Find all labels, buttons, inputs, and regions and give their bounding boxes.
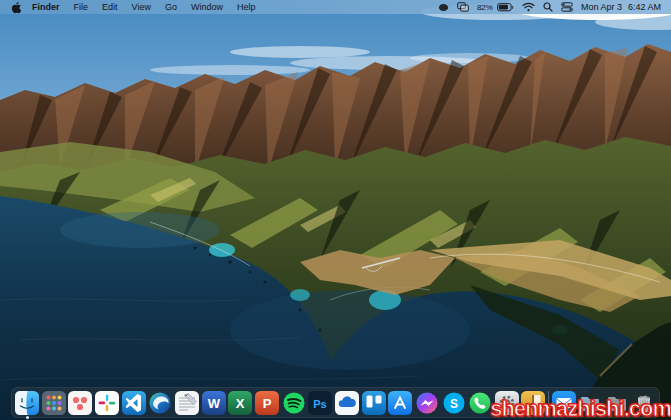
dock-app-trello[interactable] bbox=[362, 391, 386, 415]
menu-item-go[interactable]: Go bbox=[158, 0, 184, 14]
wifi-icon[interactable] bbox=[522, 2, 535, 12]
clock-date: Mon Apr 3 bbox=[581, 2, 622, 12]
dock-app-vscode[interactable] bbox=[122, 391, 146, 415]
dock-app-spotify[interactable] bbox=[282, 391, 306, 415]
dock-app-edge[interactable] bbox=[148, 391, 172, 415]
menu-extra-icon[interactable] bbox=[438, 3, 449, 12]
spotlight-icon[interactable] bbox=[543, 2, 553, 12]
battery-icon[interactable] bbox=[497, 3, 514, 12]
dock-app-skype[interactable]: S bbox=[442, 391, 466, 415]
menu-item-edit[interactable]: Edit bbox=[95, 0, 125, 14]
menu-item-window[interactable]: Window bbox=[184, 0, 230, 14]
dock-app-whatsapp[interactable] bbox=[468, 391, 492, 415]
control-center-icon[interactable] bbox=[561, 2, 573, 12]
dock-app-photoshop[interactable]: Ps bbox=[308, 391, 332, 415]
dock-app-onedrive[interactable] bbox=[335, 391, 359, 415]
menu-bar: Finder File Edit View Go Window Help 82% bbox=[0, 0, 671, 14]
svg-text:S: S bbox=[449, 396, 457, 410]
menu-item-help[interactable]: Help bbox=[230, 0, 263, 14]
svg-text:X: X bbox=[236, 396, 245, 411]
svg-text:P: P bbox=[263, 396, 272, 411]
dock-app-slack[interactable] bbox=[95, 391, 119, 415]
wallpaper-big-sur bbox=[0, 0, 671, 420]
menu-item-finder[interactable]: Finder bbox=[25, 0, 67, 14]
battery-percent: 82% bbox=[477, 3, 493, 12]
dock-app-word[interactable]: W bbox=[202, 391, 226, 415]
dock-app-app-store[interactable] bbox=[388, 391, 412, 415]
menu-bar-left: Finder File Edit View Go Window Help bbox=[10, 0, 262, 14]
dock-app-excel[interactable]: X bbox=[228, 391, 252, 415]
finder-running-indicator bbox=[26, 416, 29, 419]
menu-item-file[interactable]: File bbox=[67, 0, 96, 14]
desktop: Finder File Edit View Go Window Help 82% bbox=[0, 0, 671, 420]
dock-app-finder[interactable] bbox=[15, 391, 39, 415]
svg-text:Ps: Ps bbox=[313, 397, 326, 409]
menu-bar-status: 82% bbox=[438, 0, 661, 14]
svg-text:W: W bbox=[207, 396, 220, 411]
dock-app-powerpoint[interactable]: P bbox=[255, 391, 279, 415]
dock-app-launchpad[interactable] bbox=[42, 391, 66, 415]
dock-app-asana[interactable] bbox=[68, 391, 92, 415]
clock-time: 6:42 AM bbox=[628, 2, 661, 12]
dock-app-textedit[interactable] bbox=[175, 391, 199, 415]
menu-bar-clock[interactable]: Mon Apr 3 6:42 AM bbox=[581, 2, 661, 12]
dock-app-messenger[interactable] bbox=[415, 391, 439, 415]
apple-menu[interactable] bbox=[10, 1, 25, 14]
apple-icon bbox=[10, 1, 21, 14]
watermark: shenmazhishi.com bbox=[490, 398, 671, 420]
screen-mirroring-icon[interactable] bbox=[457, 2, 469, 12]
menu-item-view[interactable]: View bbox=[125, 0, 158, 14]
